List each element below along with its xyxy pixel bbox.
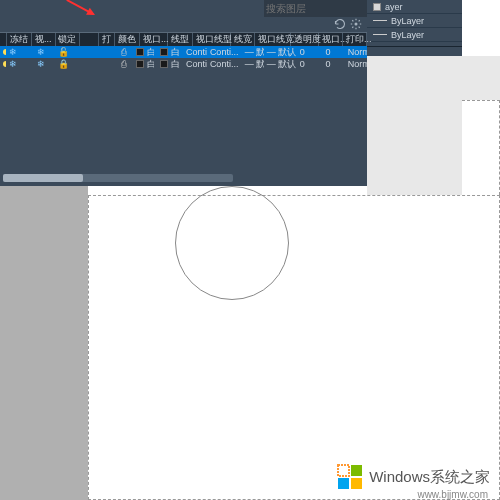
toolbar-icons: [334, 17, 362, 31]
vpfreeze-icon[interactable]: ❄: [30, 47, 52, 57]
windows-logo-icon: [337, 464, 363, 490]
vpcolor-cell[interactable]: 白: [157, 58, 183, 71]
col-vplineweight[interactable]: 视口线宽: [255, 33, 291, 46]
vpfreeze-icon[interactable]: ❄: [30, 59, 52, 69]
lineweight-cell[interactable]: — 默认: [242, 58, 264, 71]
svg-rect-5: [338, 478, 349, 489]
col-transparency[interactable]: 透明度: [291, 33, 319, 46]
freeze-icon[interactable]: ❄: [6, 47, 30, 57]
color-swatch-icon: [160, 60, 168, 68]
line-icon: [373, 34, 387, 35]
annotation-arrow: [66, 0, 93, 15]
col-lock[interactable]: 锁定: [56, 33, 80, 46]
layer-header: 冻结 视... 锁定 打 颜色 视口... 线型 视口线型 线宽 视口线宽 透明…: [0, 32, 367, 46]
plotstyle-cell[interactable]: Norma: [345, 47, 367, 57]
vplineweight-cell[interactable]: — 默认: [264, 58, 297, 71]
horizontal-scrollbar[interactable]: [3, 174, 233, 182]
col-color[interactable]: 颜色: [115, 33, 140, 46]
svg-point-2: [355, 23, 358, 26]
color-swatch-icon: [160, 48, 168, 56]
col-freeze[interactable]: 冻结: [7, 33, 32, 46]
prop-row[interactable]: ByLayer: [367, 28, 462, 42]
col-plot[interactable]: 打: [99, 33, 115, 46]
print-icon[interactable]: ⎙: [118, 59, 133, 69]
svg-rect-3: [338, 465, 349, 476]
svg-rect-6: [351, 478, 362, 489]
transparency-cell[interactable]: 0: [297, 47, 323, 57]
watermark-url: www.bjjmw.com: [417, 489, 488, 500]
color-swatch-icon: [136, 48, 144, 56]
lock-icon[interactable]: 🔒: [52, 59, 74, 69]
layer-rows: ❄ ❄ 🔓 ⎙ 白 白 Continu... Conti... — 默认 — 默…: [0, 46, 367, 70]
layer-row[interactable]: ❄ ❄ 🔒 ⎙ 白 白 Continu... Conti... — 默认 — 默…: [0, 58, 367, 70]
watermark-text: Windows系统之家: [369, 468, 490, 487]
plotstyle-cell[interactable]: Norma: [345, 59, 367, 69]
col-linetype[interactable]: 线型: [168, 33, 193, 46]
circle-entity[interactable]: [175, 186, 289, 300]
col-plotstyle[interactable]: 打印...: [343, 33, 367, 46]
drawing-paper-top[interactable]: [462, 100, 500, 195]
linetype-cell[interactable]: Continu...: [183, 47, 207, 57]
color-swatch-icon: [136, 60, 144, 68]
layer-row[interactable]: ❄ ❄ 🔓 ⎙ 白 白 Continu... Conti... — 默认 — 默…: [0, 46, 367, 58]
print-icon[interactable]: ⎙: [118, 47, 133, 57]
gear-icon[interactable]: [350, 18, 362, 30]
col-vptransparency[interactable]: 视口...: [319, 33, 343, 46]
drawing-paper[interactable]: [88, 195, 500, 500]
color-cell[interactable]: 白: [133, 58, 157, 71]
search-area: [264, 0, 367, 17]
col-lineweight[interactable]: 线宽: [231, 33, 255, 46]
freeze-icon[interactable]: ❄: [6, 59, 30, 69]
col-vplinetype[interactable]: 视口线型: [193, 33, 231, 46]
prop-row[interactable]: ByLayer: [367, 14, 462, 28]
refresh-icon[interactable]: [334, 18, 346, 30]
vplinetype-cell[interactable]: Conti...: [207, 59, 242, 69]
col-vpcolor[interactable]: 视口...: [140, 33, 168, 46]
line-icon: [373, 20, 387, 21]
transparency-cell[interactable]: 0: [297, 59, 323, 69]
vptransparency-cell[interactable]: 0: [323, 47, 345, 57]
vplinetype-cell[interactable]: Conti...: [207, 47, 242, 57]
separator: [367, 46, 462, 47]
layer-panel: 冻结 视... 锁定 打 颜色 视口... 线型 视口线型 线宽 视口线宽 透明…: [0, 0, 367, 186]
canvas-bg-left: [0, 186, 88, 500]
search-input[interactable]: [266, 3, 393, 14]
vptransparency-cell[interactable]: 0: [323, 59, 345, 69]
svg-rect-4: [351, 465, 362, 476]
lock-icon[interactable]: 🔓: [52, 47, 74, 57]
watermark: Windows系统之家: [337, 464, 490, 490]
scrollbar-thumb[interactable]: [3, 174, 83, 182]
col-vpfreeze[interactable]: 视...: [32, 33, 56, 46]
linetype-cell[interactable]: Continu...: [183, 59, 207, 69]
